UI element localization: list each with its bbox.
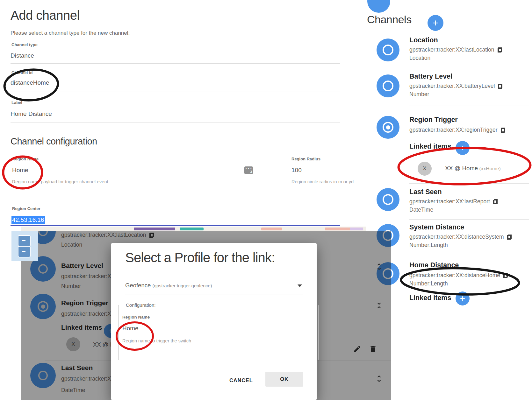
channel-uid: gpstracker:tracker:XX:batteryLevel <box>409 83 502 89</box>
channel-title: Home Distance <box>409 261 459 269</box>
channel-type-underline <box>11 63 340 64</box>
region-name-helper: Region name payload for trigger channel … <box>12 179 108 184</box>
ok-button[interactable]: OK <box>265 372 303 387</box>
row-divider <box>409 106 529 106</box>
unfold-more-icon[interactable] <box>375 262 384 272</box>
channel-title: Last Seen <box>409 188 442 196</box>
add-channel-button[interactable]: + <box>428 15 443 31</box>
channel-id-label: Channel id <box>11 70 32 75</box>
config-section-title: Channel configuration <box>11 136 97 147</box>
channel-type-text: Number:Length <box>409 280 448 287</box>
channel-type-text: Number:Length <box>409 242 448 249</box>
map-zoom-in-button[interactable] <box>18 235 31 247</box>
channel-title: System Distance <box>409 223 464 231</box>
profile-select-hint: (gpstracker:trigger-geofence) <box>152 283 212 288</box>
profile-dialog: Select a Profile for the link: Geofence … <box>111 243 317 400</box>
copy-icon[interactable] <box>503 273 508 278</box>
channel-type-text: Location <box>409 55 430 61</box>
linked-item[interactable]: XX @ Home (xxHome) <box>445 165 501 172</box>
fab-partial[interactable] <box>367 0 390 13</box>
profile-select-underline <box>125 294 303 294</box>
copy-icon[interactable] <box>493 199 498 204</box>
region-name-underline <box>12 177 259 177</box>
map-area-blob <box>261 228 282 230</box>
channel-avatar <box>377 188 399 211</box>
channel-title: Location <box>409 36 438 44</box>
copy-icon[interactable] <box>498 84 502 89</box>
region-radius-label: Region Radius <box>291 157 320 161</box>
configuration-legend: Configuration: <box>124 302 157 308</box>
item-avatar: X <box>418 162 432 176</box>
map-label-blob <box>134 228 175 230</box>
channel-type-text: DateTime <box>409 207 433 213</box>
region-trigger-icon <box>383 122 393 133</box>
dialog-title: Select a Profile for the link: <box>125 250 275 265</box>
row-divider <box>409 257 529 257</box>
channel-avatar <box>377 116 399 139</box>
map-area-blob2 <box>325 228 352 230</box>
channel-uid: gpstracker:tracker:XX:regionTrigger <box>409 127 505 133</box>
channel-type-value[interactable]: Distance <box>11 52 34 59</box>
channel-id-input[interactable]: distanceHome <box>11 79 49 86</box>
battery-ring-icon <box>383 81 393 91</box>
keypad-icon[interactable]: • • •3 <box>244 166 253 174</box>
add-link-button[interactable]: + <box>456 141 470 155</box>
configuration-fieldset: Configuration: Region Name Home Region n… <box>118 302 319 360</box>
unfold-more-icon[interactable] <box>375 374 384 384</box>
chevron-down-icon[interactable] <box>298 284 302 287</box>
intro-text: Please select a channel type for the new… <box>11 30 130 36</box>
linked-items-header: Linked items <box>409 143 451 151</box>
channel-uid: gpstracker:tracker:XX:distanceHome <box>409 272 508 279</box>
region-radius-input[interactable]: 100 <box>291 167 302 174</box>
region-center-label: Region Center <box>12 206 40 211</box>
last-seen-ring-icon <box>383 194 393 205</box>
region-center-focus-underline <box>11 225 340 226</box>
copy-icon[interactable] <box>501 128 505 133</box>
map-area-blob3 <box>350 228 363 230</box>
dialog-region-name-input[interactable]: Home <box>122 325 139 332</box>
channel-avatar <box>377 74 399 97</box>
trash-icon[interactable] <box>369 345 377 353</box>
location-ring-icon <box>383 45 393 55</box>
unfold-less-icon[interactable] <box>375 300 384 311</box>
map-teal-blob <box>180 228 204 230</box>
channel-id-underline <box>11 92 340 92</box>
channel-uid: gpstracker:tracker:XX:lastReport <box>409 198 498 205</box>
row-divider <box>409 70 529 70</box>
copy-icon[interactable] <box>498 47 502 53</box>
pencil-icon[interactable] <box>353 345 361 353</box>
channel-type-text: Number <box>409 91 429 98</box>
region-name-input[interactable]: Home <box>12 167 28 174</box>
row-divider <box>409 183 529 184</box>
linked-items-header: Linked items <box>409 294 451 302</box>
channel-uid: gpstracker:tracker:XX:distanceSystem <box>409 234 512 240</box>
map-zoom-panel <box>11 231 38 261</box>
row-divider <box>409 219 529 220</box>
linked-item-suffix: (xxHome) <box>479 166 501 171</box>
cancel-button[interactable]: CANCEL <box>224 374 258 387</box>
region-radius-underline <box>291 177 363 177</box>
region-name-label: Region Name <box>12 157 39 161</box>
dialog-region-name-helper: Region name to trigger the switch <box>122 338 191 343</box>
region-center-input[interactable]: 42.53,16.16 <box>11 216 45 224</box>
copy-icon[interactable] <box>507 235 512 240</box>
region-radius-helper: Region circle radius in m or yd <box>291 179 354 184</box>
channel-title: Battery Level <box>409 73 452 81</box>
channel-type-label: Channel type <box>11 42 38 47</box>
dialog-region-name-underline <box>122 336 191 336</box>
app-canvas: Add channel Please select a channel type… <box>0 0 532 400</box>
channel-title: Region Trigger <box>409 116 458 124</box>
map-sliver <box>21 227 366 231</box>
channel-uid: gpstracker:tracker:XX:lastLocation <box>409 46 502 53</box>
profile-select[interactable]: Geofence (gpstracker:trigger-geofence) <box>125 282 212 289</box>
label-field-underline <box>11 123 340 123</box>
page-title: Add channel <box>11 8 80 23</box>
linked-item-text: XX @ Home <box>445 165 478 172</box>
dialog-region-name-label: Region Name <box>122 315 150 319</box>
add-link-button[interactable]: + <box>456 291 470 305</box>
label-field-input[interactable]: Home Distance <box>11 110 52 117</box>
channels-panel-title: Channels <box>367 13 412 26</box>
map-zoom-out-button[interactable] <box>18 246 31 257</box>
channel-avatar <box>377 39 399 61</box>
label-field-label: Label <box>11 100 22 105</box>
